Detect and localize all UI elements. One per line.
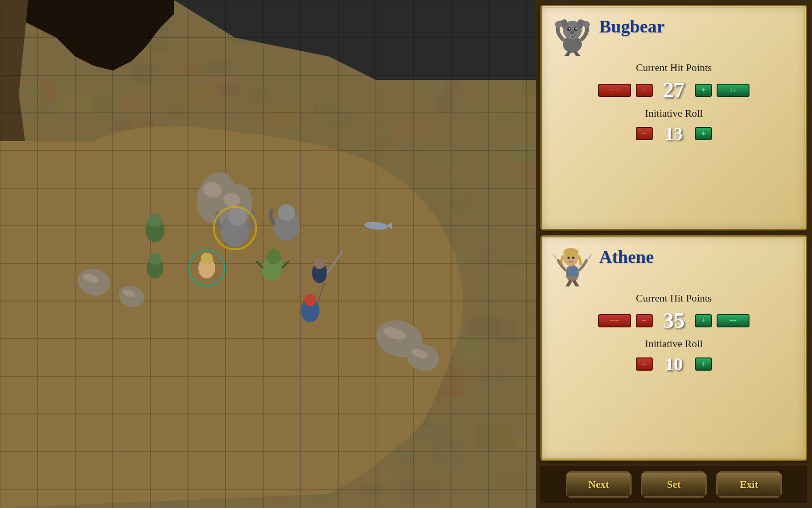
svg-line-9 (570, 35, 571, 37)
bottom-buttons: Next Set Exit (540, 466, 807, 503)
bugbear-hp-value: 27 (657, 78, 690, 103)
svg-point-7 (576, 28, 577, 30)
bugbear-hp-minus-double[interactable]: −− (598, 84, 631, 97)
bugbear-hp-plus-double[interactable]: ++ (717, 84, 750, 97)
bugbear-init-value: 13 (657, 123, 690, 144)
bugbear-init-label: Initiative Roll (551, 107, 796, 119)
svg-point-15 (563, 248, 578, 257)
athene-card: Athene Current Hit Points −− − 35 + ++ I… (540, 235, 807, 461)
athene-init-label: Initiative Roll (551, 338, 796, 350)
map-canvas (0, 0, 536, 508)
athene-hp-plus[interactable]: + (695, 314, 712, 327)
svg-rect-18 (567, 267, 578, 276)
svg-line-19 (553, 254, 557, 259)
svg-point-6 (569, 28, 570, 30)
athene-portrait (551, 244, 593, 286)
svg-point-11 (555, 21, 562, 28)
athene-hp-value: 35 (657, 308, 690, 333)
bugbear-hp-plus[interactable]: + (695, 84, 712, 97)
athene-hp-minus-double[interactable]: −− (598, 314, 631, 327)
bugbear-portrait (551, 14, 593, 56)
athene-hp-row: −− − 35 + ++ (551, 308, 796, 333)
athene-init-row: − 10 + (551, 354, 796, 374)
athene-hp-plus-double[interactable]: ++ (717, 314, 750, 327)
athene-art (551, 244, 593, 286)
svg-line-20 (588, 254, 592, 259)
svg-point-16 (568, 257, 570, 259)
svg-point-17 (572, 257, 575, 259)
exit-button[interactable]: Exit (716, 471, 782, 498)
athene-init-value: 10 (657, 354, 690, 374)
athene-hp-label: Current Hit Points (551, 292, 796, 304)
athene-hp-minus[interactable]: − (636, 314, 653, 327)
map-area (0, 0, 536, 508)
bugbear-hp-minus[interactable]: − (636, 84, 653, 97)
svg-point-12 (583, 21, 590, 28)
set-button[interactable]: Set (641, 471, 707, 498)
bugbear-name: Bugbear (599, 14, 664, 35)
bugbear-init-minus[interactable]: − (636, 127, 653, 140)
svg-point-8 (570, 31, 574, 34)
svg-line-10 (574, 35, 574, 37)
next-button[interactable]: Next (566, 471, 632, 498)
bugbear-card: Bugbear Current Hit Points −− − 27 + ++ … (540, 5, 807, 230)
right-panel: Bugbear Current Hit Points −− − 27 + ++ … (536, 0, 812, 508)
bugbear-hp-row: −− − 27 + ++ (551, 78, 796, 103)
bugbear-init-row: − 13 + (551, 123, 796, 144)
bugbear-hp-label: Current Hit Points (551, 62, 796, 74)
bugbear-init-plus[interactable]: + (695, 127, 712, 140)
athene-init-minus[interactable]: − (636, 357, 653, 371)
athene-init-plus[interactable]: + (695, 357, 712, 371)
bugbear-art (551, 14, 593, 56)
athene-name: Athene (599, 244, 654, 266)
